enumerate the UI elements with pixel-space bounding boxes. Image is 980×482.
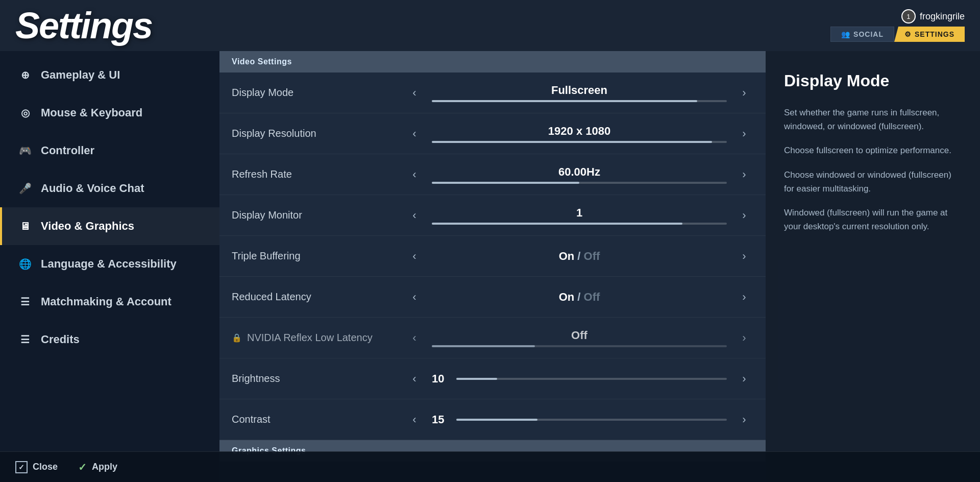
nvidia-reflex-prev[interactable]: ‹ bbox=[405, 329, 424, 347]
bottom-bar: ✓ Close ✓ Apply bbox=[0, 451, 980, 482]
display-resolution-value: 1920 x 1080 bbox=[432, 125, 727, 143]
setting-row-contrast: Contrast ‹ 15 › bbox=[219, 399, 766, 440]
setting-control-brightness: ‹ 10 › bbox=[405, 370, 753, 388]
info-paragraph-1: Set whether the game runs in fullscreen,… bbox=[784, 106, 962, 133]
display-monitor-bar-fill bbox=[432, 223, 682, 225]
setting-row-display-mode: Display Mode ‹ Fullscreen › bbox=[219, 73, 766, 113]
contrast-next[interactable]: › bbox=[735, 411, 753, 429]
content-panel: Video Settings Display Mode ‹ Fullscreen… bbox=[219, 51, 766, 482]
apply-label: Apply bbox=[92, 462, 117, 472]
info-paragraph-4: Windowed (fullscreen) will run the game … bbox=[784, 206, 962, 233]
sidebar-item-matchmaking-account[interactable]: ☰ Matchmaking & Account bbox=[0, 283, 219, 321]
nvidia-reflex-next[interactable]: › bbox=[735, 329, 753, 347]
setting-control-refresh-rate: ‹ 60.00Hz › bbox=[405, 165, 753, 184]
close-label: Close bbox=[33, 462, 58, 472]
reduced-latency-prev[interactable]: ‹ bbox=[405, 288, 424, 306]
close-icon: ✓ bbox=[15, 461, 28, 473]
matchmaking-icon: ☰ bbox=[17, 294, 33, 309]
display-monitor-prev[interactable]: ‹ bbox=[405, 206, 424, 225]
triple-buffering-prev[interactable]: ‹ bbox=[405, 247, 424, 266]
info-paragraph-3: Choose windowed or windowed (fullscreen)… bbox=[784, 168, 962, 196]
lock-icon: 🔒 bbox=[232, 333, 242, 343]
refresh-rate-next[interactable]: › bbox=[735, 165, 753, 184]
reduced-latency-on: On bbox=[559, 291, 575, 303]
header-right: 1 frogkingrile 👥 SOCIAL ⚙ SETTINGS bbox=[830, 9, 965, 42]
setting-label-triple-buffering: Triple Buffering bbox=[232, 250, 405, 262]
video-icon: 🖥 bbox=[17, 219, 33, 234]
sidebar-label-video-graphics: Video & Graphics bbox=[41, 220, 134, 233]
page-title: Settings bbox=[15, 5, 152, 46]
refresh-rate-bar-fill bbox=[432, 182, 579, 184]
main-container: ⊕ Gameplay & UI ◎ Mouse & Keyboard 🎮 Con… bbox=[0, 51, 980, 482]
setting-row-brightness: Brightness ‹ 10 › bbox=[219, 358, 766, 399]
reduced-latency-off: Off bbox=[584, 291, 600, 303]
setting-label-display-monitor: Display Monitor bbox=[232, 209, 405, 221]
setting-row-nvidia-reflex: 🔒 NVIDIA Reflex Low Latency ‹ Off › bbox=[219, 318, 766, 358]
brightness-next[interactable]: › bbox=[735, 370, 753, 388]
setting-control-nvidia-reflex: ‹ Off › bbox=[405, 329, 753, 347]
sidebar: ⊕ Gameplay & UI ◎ Mouse & Keyboard 🎮 Con… bbox=[0, 51, 219, 482]
setting-label-brightness: Brightness bbox=[232, 373, 405, 384]
tab-settings[interactable]: ⚙ SETTINGS bbox=[894, 27, 965, 42]
setting-control-display-resolution: ‹ 1920 x 1080 › bbox=[405, 125, 753, 143]
triple-buffering-off: Off bbox=[584, 250, 600, 262]
user-info: 1 frogkingrile bbox=[901, 9, 965, 23]
contrast-fill bbox=[456, 419, 537, 421]
setting-label-nvidia-reflex: 🔒 NVIDIA Reflex Low Latency bbox=[232, 332, 405, 344]
sidebar-label-credits: Credits bbox=[41, 333, 80, 346]
display-resolution-next[interactable]: › bbox=[735, 125, 753, 143]
triple-buffering-onoff: On / Off bbox=[432, 250, 727, 263]
social-icon: 👥 bbox=[841, 30, 850, 38]
apply-button[interactable]: ✓ Apply bbox=[78, 461, 117, 473]
sidebar-item-credits[interactable]: ☰ Credits bbox=[0, 321, 219, 358]
setting-control-display-mode: ‹ Fullscreen › bbox=[405, 84, 753, 102]
sidebar-item-language-accessibility[interactable]: 🌐 Language & Accessibility bbox=[0, 245, 219, 283]
setting-label-display-mode: Display Mode bbox=[232, 87, 405, 99]
setting-control-display-monitor: ‹ 1 › bbox=[405, 206, 753, 225]
sidebar-label-mouse-keyboard: Mouse & Keyboard bbox=[41, 106, 142, 119]
nvidia-reflex-bar bbox=[432, 345, 727, 347]
display-resolution-bar-fill bbox=[432, 141, 712, 143]
setting-label-display-resolution: Display Resolution bbox=[232, 128, 405, 139]
contrast-track[interactable] bbox=[456, 419, 727, 421]
sidebar-item-video-graphics[interactable]: 🖥 Video & Graphics bbox=[0, 207, 219, 245]
refresh-rate-bar bbox=[432, 182, 727, 184]
sidebar-item-mouse-keyboard[interactable]: ◎ Mouse & Keyboard bbox=[0, 94, 219, 132]
header: Settings 1 frogkingrile 👥 SOCIAL ⚙ SETTI… bbox=[0, 0, 980, 51]
close-button[interactable]: ✓ Close bbox=[15, 461, 58, 473]
brightness-prev[interactable]: ‹ bbox=[405, 370, 424, 388]
reduced-latency-onoff: On / Off bbox=[432, 291, 727, 304]
contrast-slider-container: 15 bbox=[432, 413, 727, 426]
triple-buffering-next[interactable]: › bbox=[735, 247, 753, 266]
triple-buffering-on: On bbox=[559, 250, 575, 262]
brightness-slider-container: 10 bbox=[432, 372, 727, 385]
sidebar-label-audio-voice: Audio & Voice Chat bbox=[41, 182, 144, 195]
mouse-icon: ◎ bbox=[17, 105, 33, 120]
video-settings-header: Video Settings bbox=[219, 51, 766, 73]
setting-label-reduced-latency: Reduced Latency bbox=[232, 291, 405, 303]
avatar: 1 bbox=[901, 9, 916, 23]
reduced-latency-next[interactable]: › bbox=[735, 288, 753, 306]
apply-icon: ✓ bbox=[78, 461, 87, 473]
display-monitor-value: 1 bbox=[432, 206, 727, 225]
header-tabs: 👥 SOCIAL ⚙ SETTINGS bbox=[830, 27, 965, 42]
sidebar-item-gameplay-ui[interactable]: ⊕ Gameplay & UI bbox=[0, 56, 219, 94]
gear-icon: ⚙ bbox=[904, 30, 912, 38]
sidebar-item-audio-voice[interactable]: 🎤 Audio & Voice Chat bbox=[0, 170, 219, 207]
sidebar-label-matchmaking-account: Matchmaking & Account bbox=[41, 295, 172, 308]
contrast-prev[interactable]: ‹ bbox=[405, 411, 424, 429]
sidebar-label-gameplay-ui: Gameplay & UI bbox=[41, 68, 120, 82]
display-mode-next[interactable]: › bbox=[735, 84, 753, 102]
display-mode-prev[interactable]: ‹ bbox=[405, 84, 424, 102]
sidebar-label-language-accessibility: Language & Accessibility bbox=[41, 257, 177, 271]
display-mode-bar-fill bbox=[432, 100, 697, 102]
tab-social[interactable]: 👥 SOCIAL bbox=[830, 27, 894, 42]
brightness-value: 10 bbox=[432, 372, 450, 385]
brightness-track[interactable] bbox=[456, 378, 727, 380]
display-monitor-next[interactable]: › bbox=[735, 206, 753, 225]
sidebar-item-controller[interactable]: 🎮 Controller bbox=[0, 132, 219, 170]
tab-settings-label: SETTINGS bbox=[915, 30, 954, 38]
display-resolution-prev[interactable]: ‹ bbox=[405, 125, 424, 143]
refresh-rate-prev[interactable]: ‹ bbox=[405, 165, 424, 184]
controller-icon: 🎮 bbox=[17, 143, 33, 158]
